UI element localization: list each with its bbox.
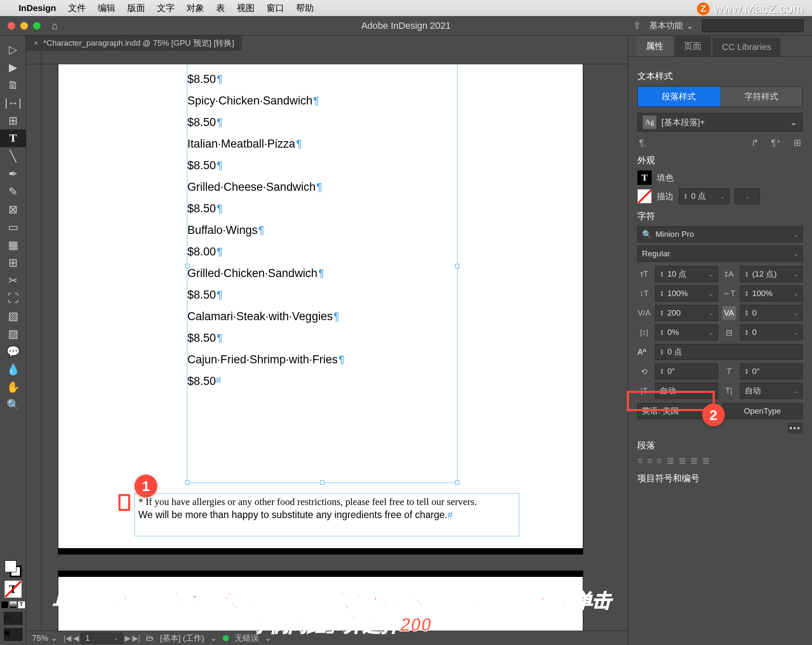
menu-file[interactable]: 文件 xyxy=(68,2,86,14)
align-right-button[interactable]: ≡ xyxy=(657,456,662,467)
align-center-button[interactable]: ≡ xyxy=(647,456,653,467)
menu-edit[interactable]: 编辑 xyxy=(98,2,115,14)
app-menu[interactable]: InDesign xyxy=(19,3,56,13)
type-tool[interactable]: T xyxy=(0,129,26,147)
menu-help[interactable]: 帮助 xyxy=(296,2,314,14)
content-collector-tool[interactable]: ⊞ xyxy=(0,112,26,129)
font-family-select[interactable]: 🔍 Minion Pro ⌄ xyxy=(637,226,803,242)
gap-tool[interactable]: |↔| xyxy=(0,94,26,112)
document-viewport[interactable]: Pepper·Jack·Burger¶$8.50¶Spicy·Chicken·S… xyxy=(26,51,628,631)
gradient-feather-tool[interactable]: ▨ xyxy=(0,325,26,343)
font-size-field[interactable]: ▲▼10 点⌄ xyxy=(655,266,718,282)
baseline-pct-value: 0% xyxy=(667,328,679,337)
tracking-value: 0 xyxy=(752,308,757,318)
baseline-pct-field[interactable]: ▲▼0%⌄ xyxy=(655,324,718,340)
handle[interactable] xyxy=(185,264,189,268)
menu-view[interactable]: 视图 xyxy=(237,2,255,14)
handle[interactable] xyxy=(185,480,189,485)
rectangle-tool[interactable]: ▭ xyxy=(0,218,26,236)
grid-tool-b[interactable]: ⊞ xyxy=(0,254,26,272)
stroke-color-swatch[interactable] xyxy=(637,189,652,203)
selection-tool[interactable]: ▷ xyxy=(0,41,26,58)
eyedropper-tool[interactable]: 💧 xyxy=(0,360,26,378)
gradient-swatch-tool[interactable]: ▧ xyxy=(0,307,26,325)
note-text-frame[interactable]: * If you have allergies or any other foo… xyxy=(134,493,519,536)
paragraph-mark: ¶ xyxy=(217,160,223,171)
vscale-field[interactable]: ▲▼100%⌄ xyxy=(655,285,718,302)
handle[interactable] xyxy=(320,480,324,485)
share-icon[interactable]: ⇪ xyxy=(633,20,641,31)
page-tool[interactable]: 🗎 xyxy=(0,76,26,94)
workspace-selector[interactable]: 基本功能 ⌄ xyxy=(649,20,694,31)
rectangle-frame-tool[interactable]: ⊠ xyxy=(0,200,26,218)
pencil-tool[interactable]: ✎ xyxy=(0,183,26,200)
menu-object[interactable]: 对象 xyxy=(187,2,204,14)
note-tool[interactable]: 💬 xyxy=(0,343,26,360)
close-window-button[interactable] xyxy=(8,22,15,30)
fill-stroke-swatch[interactable] xyxy=(5,560,22,577)
direct-selection-tool[interactable]: ▶ xyxy=(0,58,26,76)
character-style-tab[interactable]: 字符样式 xyxy=(720,87,803,107)
handle[interactable] xyxy=(455,264,459,268)
text-frame[interactable]: Pepper·Jack·Burger¶$8.50¶Spicy·Chicken·S… xyxy=(187,51,458,483)
paragraph-style-select[interactable]: Ag [基本段落]+ ⌄ xyxy=(637,113,803,132)
maximize-window-button[interactable] xyxy=(33,22,41,30)
hscale-field[interactable]: ▲▼100%⌄ xyxy=(740,285,803,302)
clear-style-icon[interactable]: ¶⁺ xyxy=(771,137,782,148)
document-tab[interactable]: × *Character_paragraph.indd @ 75% [GPU 预… xyxy=(26,35,242,51)
fill-label: 填色 xyxy=(657,172,674,184)
justify-center-button[interactable]: ≣ xyxy=(678,456,686,467)
justify-left-button[interactable]: ≣ xyxy=(667,456,674,467)
baseline-shift-field[interactable]: ▲▼0 点 xyxy=(655,344,803,360)
free-transform-tool[interactable]: ⛶ xyxy=(0,289,26,307)
minimize-window-button[interactable] xyxy=(20,22,28,30)
line-tool[interactable]: ╲ xyxy=(0,147,26,165)
menu-table[interactable]: 表 xyxy=(216,2,225,14)
search-input[interactable] xyxy=(702,19,804,32)
opentype-button[interactable]: OpenType xyxy=(722,403,803,419)
bullets-section-title: 项目符号和编号 xyxy=(637,472,803,484)
menu-type[interactable]: 文字 xyxy=(157,2,175,14)
char-rotate-field[interactable]: ▲▼0° xyxy=(655,363,718,379)
screen-mode-button[interactable]: ▣ xyxy=(4,628,22,641)
menu-layout[interactable]: 版面 xyxy=(127,2,145,14)
justify-all-button[interactable]: ≣ xyxy=(702,456,710,467)
home-icon[interactable]: ⌂ xyxy=(52,20,58,32)
leading-field[interactable]: ▲▼(12 点)⌄ xyxy=(740,266,803,282)
fill-color-swatch[interactable]: T xyxy=(637,170,652,185)
align-left-button[interactable]: ≡ xyxy=(637,456,643,467)
zoom-tool[interactable]: 🔍 xyxy=(0,396,26,414)
tab-properties[interactable]: 属性 xyxy=(636,36,673,56)
stroke-style-select[interactable]: ⌄ xyxy=(735,188,760,204)
tsume-icon: ⊟ xyxy=(722,326,736,339)
tab-cc-libraries[interactable]: CC Libraries xyxy=(713,38,781,56)
grid-tool-a[interactable]: ▦ xyxy=(0,236,26,254)
skew-field[interactable]: ▲▼0° xyxy=(740,363,803,379)
more-options-button[interactable]: ••• xyxy=(787,423,803,434)
justify-right-button[interactable]: ≣ xyxy=(690,456,698,467)
hand-tool[interactable]: ✋ xyxy=(0,378,26,396)
tracking-field[interactable]: ▲▼0⌄ xyxy=(740,305,803,321)
kerning-field[interactable]: ▲▼200⌄ xyxy=(655,305,718,321)
color-mode-row[interactable]: T xyxy=(1,601,25,609)
tsume-field[interactable]: ▲▼0⌄ xyxy=(740,324,803,340)
menu-window[interactable]: 窗口 xyxy=(266,2,284,14)
tab-pages[interactable]: 页面 xyxy=(675,36,711,56)
formatting-t-icon[interactable]: T xyxy=(5,581,22,598)
plus-icon[interactable]: ⊞ xyxy=(792,137,803,148)
new-style-icon[interactable]: ↱ xyxy=(749,137,760,148)
close-tab-icon[interactable]: × xyxy=(34,39,38,48)
auto-b-field[interactable]: 自动⌄ xyxy=(740,383,803,399)
kerning-value: 200 xyxy=(667,308,681,318)
pen-tool[interactable]: ✒ xyxy=(0,165,26,183)
paragraph-mark: ¶ xyxy=(334,311,340,322)
handle[interactable] xyxy=(455,480,459,485)
stroke-weight-field[interactable]: ▲▼ 0 点 ⌄ xyxy=(679,188,730,204)
scissors-tool[interactable]: ✂ xyxy=(0,272,26,289)
paragraph-style-tab[interactable]: 段落样式 xyxy=(638,87,720,107)
menu-text-line: Italian·Meatball·Pizza¶ xyxy=(187,138,457,150)
paragraph-mark-icon[interactable]: ¶. xyxy=(637,137,648,148)
view-mode-button[interactable]: ▭ xyxy=(4,612,22,625)
paragraph-mark: ¶ xyxy=(316,181,322,193)
font-weight-select[interactable]: Regular ⌄ xyxy=(637,246,803,262)
